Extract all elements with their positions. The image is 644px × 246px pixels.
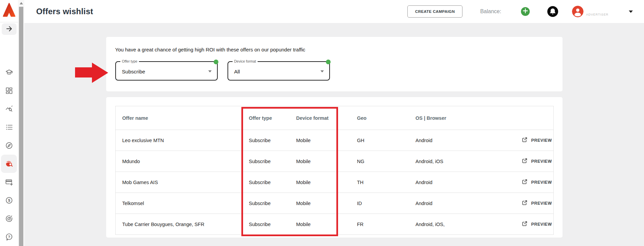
banner-text: You have a great chance of getting high … xyxy=(115,47,553,52)
preview-link[interactable]: PREVIEW xyxy=(506,200,552,207)
account-menu[interactable]: ADVERTISER xyxy=(572,6,609,17)
cell-offer-type: Subscribe xyxy=(242,130,289,151)
sidebar-item-help[interactable]: ? xyxy=(1,228,17,246)
chevron-down-icon[interactable] xyxy=(629,10,633,13)
cell-device-format: Mobile xyxy=(289,172,350,193)
cell-offer-type: Subscribe xyxy=(242,214,289,235)
list-icon xyxy=(5,123,13,131)
table-row: Mob Games AIS Subscribe Mobile TH Androi… xyxy=(115,172,553,193)
sidebar: $ ? xyxy=(0,0,18,246)
plus-icon xyxy=(521,6,530,17)
active-filter-dot xyxy=(326,60,331,64)
preview-link[interactable]: PREVIEW xyxy=(506,221,552,228)
cell-device-format: Mobile xyxy=(289,193,350,214)
cell-device-format: Mobile xyxy=(289,214,350,235)
table-header-row: Offer name Offer type Device format Geo … xyxy=(115,106,553,130)
sidebar-item-dashboard[interactable] xyxy=(1,82,17,100)
cell-os-browser: Android xyxy=(409,130,506,151)
cell-offer-name: Telkomsel xyxy=(115,193,242,214)
column-header-offer-type: Offer type xyxy=(242,106,289,130)
chevron-down-icon xyxy=(320,70,324,72)
column-header-offer-name: Offer name xyxy=(115,106,242,130)
dollar-circle-icon: $ xyxy=(5,196,13,204)
preview-label: PREVIEW xyxy=(531,201,552,206)
table-row: Tube Carrier Bouygues, Orange, SFR Subsc… xyxy=(115,214,553,235)
vertical-scrollbar[interactable] xyxy=(18,0,24,246)
table-row: Telkomsel Subscribe Mobile ID Android xyxy=(115,193,553,214)
sidebar-nav: $ ? xyxy=(1,63,17,246)
device-format-select-value: All xyxy=(234,69,240,75)
offers-table-card: Offer name Offer type Device format Geo … xyxy=(106,97,563,238)
main-area: Offers wishlist CREATE CAMPAIGN Balance: xyxy=(24,0,644,246)
sidebar-item-tracking[interactable] xyxy=(1,209,17,228)
arrow-right-icon xyxy=(5,25,13,34)
cell-geo: NG xyxy=(350,151,409,172)
avatar xyxy=(572,6,583,17)
cell-device-format: Mobile xyxy=(289,130,350,151)
globe-search-icon xyxy=(5,160,13,168)
cell-offer-name: Mob Games AIS xyxy=(115,172,242,193)
scrollbar-up-arrow-icon[interactable] xyxy=(20,2,23,4)
cell-geo: FR xyxy=(350,214,409,235)
device-format-select-label: Device format xyxy=(233,59,258,63)
column-header-os-browser: OS | Browser xyxy=(409,106,506,130)
create-campaign-button[interactable]: CREATE CAMPAIGN xyxy=(407,5,462,18)
cell-geo: GH xyxy=(350,130,409,151)
help-bubble-icon: ? xyxy=(5,233,13,241)
device-format-select[interactable]: Device format All xyxy=(228,61,330,81)
page-title: Offers wishlist xyxy=(36,7,93,16)
cell-device-format: Mobile xyxy=(289,151,350,172)
offers-table: Offer name Offer type Device format Geo … xyxy=(115,106,554,235)
chart-search-icon xyxy=(5,105,13,113)
cell-geo: TH xyxy=(350,172,409,193)
sidebar-expand-button[interactable] xyxy=(2,23,17,35)
filters-card: You have a great chance of getting high … xyxy=(106,37,563,91)
offer-type-select[interactable]: Offer type Subscribe xyxy=(115,61,218,81)
sidebar-item-payments[interactable]: $ xyxy=(1,191,17,209)
external-link-icon xyxy=(522,158,528,165)
chevron-down-icon xyxy=(208,70,212,72)
offer-type-select-value: Subscribe xyxy=(122,69,145,75)
sidebar-item-statistics[interactable] xyxy=(1,100,17,118)
cell-offer-name: Leo exclusive MTN xyxy=(115,130,242,151)
filters-row: Offer type Subscribe Device format All xyxy=(115,61,553,81)
preview-link[interactable]: PREVIEW xyxy=(506,158,552,165)
card-plus-icon xyxy=(5,178,13,186)
target-icon xyxy=(5,215,13,223)
cell-os-browser: Android, iOS xyxy=(409,151,506,172)
sidebar-item-add-payment-card[interactable] xyxy=(1,173,17,191)
column-header-device-format: Device format xyxy=(289,106,350,130)
column-header-geo: Geo xyxy=(350,106,409,130)
table-row: Leo exclusive MTN Subscribe Mobile GH An… xyxy=(115,130,553,151)
cell-os-browser: Android xyxy=(409,172,506,193)
topbar-actions: CREATE CAMPAIGN Balance: xyxy=(407,5,633,18)
cell-os-browser: Android xyxy=(409,193,506,214)
bell-icon xyxy=(547,12,558,18)
sidebar-item-campaigns-list[interactable] xyxy=(1,118,17,136)
scrollbar-thumb[interactable] xyxy=(19,7,23,246)
cell-offer-name: Mdundo xyxy=(115,151,242,172)
svg-text:$: $ xyxy=(8,198,10,202)
topbar: Offers wishlist CREATE CAMPAIGN Balance: xyxy=(24,0,644,23)
sidebar-item-offers-wishlist[interactable] xyxy=(1,155,17,173)
svg-text:?: ? xyxy=(8,235,10,239)
dashboard-grid-icon xyxy=(5,87,13,95)
sidebar-item-explore[interactable] xyxy=(1,136,17,155)
preview-link[interactable]: PREVIEW xyxy=(506,179,552,186)
table-row: Mdundo Subscribe Mobile NG Android, iOS xyxy=(115,151,553,172)
app-root: $ ? xyxy=(0,0,644,246)
account-role: ADVERTISER xyxy=(586,13,609,16)
sidebar-divider xyxy=(0,22,18,22)
cell-offer-type: Subscribe xyxy=(242,193,289,214)
column-header-actions xyxy=(506,106,553,130)
external-link-icon xyxy=(522,179,528,186)
add-funds-button[interactable] xyxy=(521,7,530,16)
active-filter-dot xyxy=(214,60,218,64)
app-logo-icon[interactable] xyxy=(2,3,16,17)
notifications-button[interactable] xyxy=(547,6,558,17)
external-link-icon xyxy=(522,137,528,144)
preview-link[interactable]: PREVIEW xyxy=(506,137,552,144)
external-link-icon xyxy=(522,200,528,207)
sidebar-item-education[interactable] xyxy=(1,63,17,82)
preview-label: PREVIEW xyxy=(531,159,552,164)
